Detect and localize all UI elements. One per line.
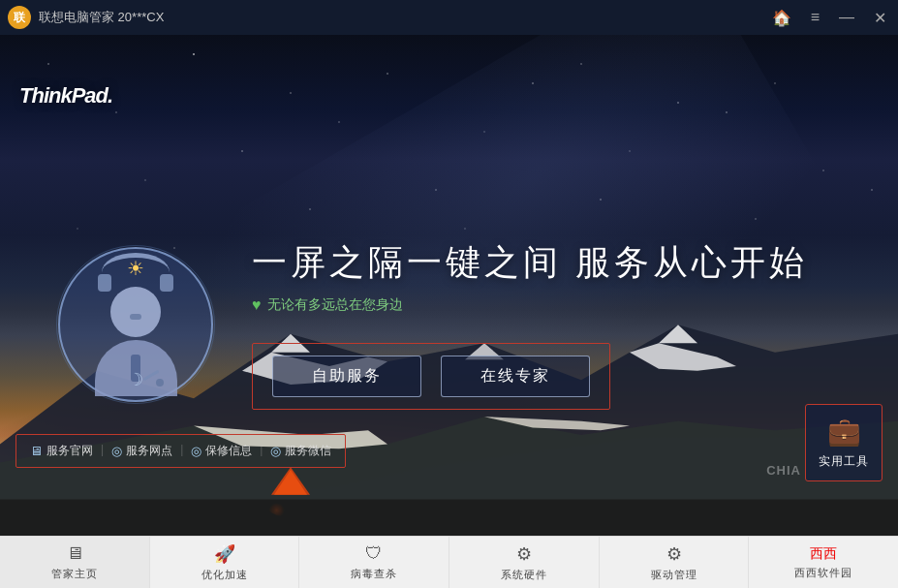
service-wechat-link[interactable]: ◎ 服务微信 <box>270 443 331 459</box>
self-service-button[interactable]: 自助服务 <box>272 356 421 397</box>
avatar-ring: ☀ <box>58 247 213 402</box>
app-logo: 联 <box>8 6 31 29</box>
home-button[interactable]: 🏠 <box>768 7 795 29</box>
rocket-icon: 🚀 <box>214 543 235 565</box>
titlebar: 联 联想电脑管家 20***CX 🏠 ≡ — ✕ <box>0 0 898 35</box>
nav-hardware[interactable]: ⚙ 系统硬件 <box>449 537 600 588</box>
nav-home[interactable]: 🖥 管家主页 <box>0 537 150 588</box>
divider-1: | <box>101 443 104 459</box>
shield-nav-icon: 🛡 <box>365 543 383 564</box>
thinkpad-logo: ThinkPad. <box>19 83 112 108</box>
logo-text: 联 <box>14 10 25 26</box>
avatar-section: ☀ <box>58 247 213 402</box>
hero-subtitle: ♥ 无论有多远总在您身边 <box>252 296 898 314</box>
menu-button[interactable]: ≡ <box>807 7 823 28</box>
minimize-button[interactable]: — <box>835 7 858 28</box>
nav-optimize[interactable]: 🚀 优化加速 <box>150 537 300 588</box>
nav-driver[interactable]: ⚙ 驱动管理 <box>600 537 750 588</box>
home-nav-icon: 🖥 <box>66 543 83 564</box>
nav-xixi[interactable]: 西西 西西软件园 <box>749 537 898 588</box>
thinkpad-text: ThinkPad. <box>19 83 112 108</box>
divider-3: | <box>260 443 263 459</box>
chia-watermark: CHIA <box>766 463 801 478</box>
heart-icon: ♥ <box>252 296 262 314</box>
useful-tools-button[interactable]: 💼 实用工具 <box>805 404 883 481</box>
tools-icon: 💼 <box>827 416 861 448</box>
close-button[interactable]: ✕ <box>870 7 890 29</box>
app-title: 联想电脑管家 20***CX <box>39 9 768 26</box>
nav-virus[interactable]: 🛡 病毒查杀 <box>299 537 449 588</box>
driver-icon: ⚙ <box>666 543 682 565</box>
hardware-icon: ⚙ <box>516 543 532 565</box>
service-location-link[interactable]: ◎ 服务网点 <box>111 443 172 459</box>
hero-title: 一屏之隔一键之间 服务从心开始 <box>252 239 898 287</box>
background: ThinkPad. ☀ <box>0 35 898 536</box>
main-content: ☀ <box>0 112 898 536</box>
text-section: 一屏之隔一键之间 服务从心开始 ♥ 无论有多远总在您身边 自助服务 在线专家 <box>252 239 898 410</box>
service-buttons-container: 自助服务 在线专家 <box>252 343 610 410</box>
moon-icon: ☽ <box>128 369 143 390</box>
service-website-link[interactable]: 🖥 服务官网 <box>30 443 93 459</box>
bottom-navigation: 🖥 管家主页 🚀 优化加速 🛡 病毒查杀 ⚙ 系统硬件 ⚙ 驱动管理 西西 西西… <box>0 536 898 588</box>
location-icon: ◎ <box>111 444 122 458</box>
wechat-icon: ◎ <box>270 444 281 458</box>
monitor-icon: 🖥 <box>30 444 43 458</box>
warranty-icon: ◎ <box>191 444 201 458</box>
warranty-info-link[interactable]: ◎ 保修信息 <box>191 443 252 459</box>
window-controls: 🏠 ≡ — ✕ <box>768 7 890 29</box>
xixi-icon: 西西 <box>810 545 837 563</box>
online-expert-button[interactable]: 在线专家 <box>441 356 590 397</box>
tools-label: 实用工具 <box>819 453 869 470</box>
divider-2: | <box>180 443 183 459</box>
bottom-links-container: 🖥 服务官网 | ◎ 服务网点 | ◎ 保修信息 | ◎ 服务微信 <box>15 434 346 468</box>
